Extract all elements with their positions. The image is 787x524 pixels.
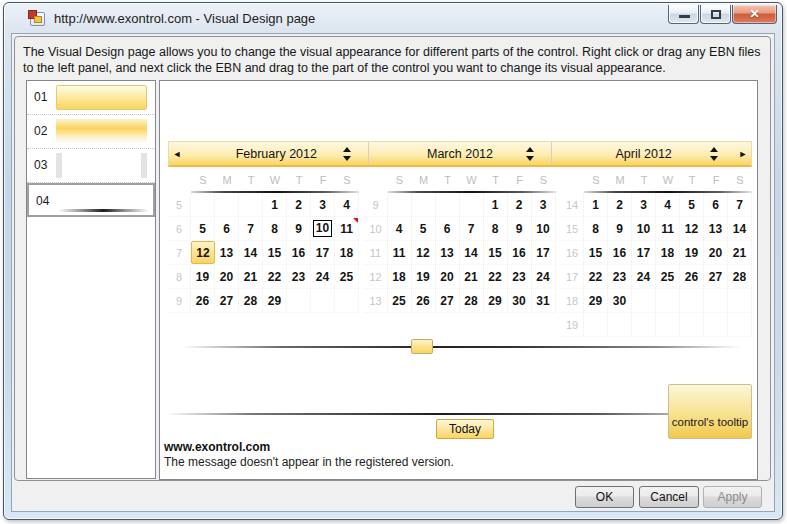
day-cell[interactable]: 30 xyxy=(608,289,632,312)
day-cell[interactable]: 21 xyxy=(460,265,484,288)
day-cell[interactable]: 11 xyxy=(335,217,359,240)
day-cell[interactable]: 19 xyxy=(412,265,436,288)
day-cell[interactable]: 21 xyxy=(728,241,752,264)
day-cell[interactable]: 5 xyxy=(191,217,215,240)
day-cell[interactable]: 22 xyxy=(484,265,508,288)
day-cell[interactable]: 18 xyxy=(388,265,412,288)
day-cell[interactable]: 11 xyxy=(656,217,680,240)
day-cell[interactable]: 26 xyxy=(680,265,704,288)
day-cell[interactable]: 9 xyxy=(508,217,532,240)
day-cell[interactable]: 25 xyxy=(388,289,412,312)
day-cell[interactable]: 23 xyxy=(508,265,532,288)
day-cell[interactable]: 27 xyxy=(704,265,728,288)
day-cell[interactable]: 12 xyxy=(191,241,215,264)
day-cell[interactable]: 5 xyxy=(412,217,436,240)
day-cell[interactable]: 15 xyxy=(263,241,287,264)
day-cell[interactable]: 3 xyxy=(632,193,656,216)
day-cell[interactable]: 6 xyxy=(704,193,728,216)
day-cell[interactable]: 4 xyxy=(656,193,680,216)
day-cell[interactable]: 6 xyxy=(436,217,460,240)
day-cell[interactable]: 10 xyxy=(632,217,656,240)
day-cell[interactable]: 28 xyxy=(728,265,752,288)
day-cell[interactable]: 11 xyxy=(388,241,412,264)
today-button[interactable]: Today xyxy=(436,419,494,439)
day-cell[interactable]: 24 xyxy=(311,265,335,288)
next-month-arrow[interactable]: ► xyxy=(735,142,751,165)
day-cell[interactable]: 29 xyxy=(584,289,608,312)
day-cell[interactable]: 8 xyxy=(263,217,287,240)
day-cell[interactable]: 6 xyxy=(215,217,239,240)
day-cell[interactable]: 14 xyxy=(728,217,752,240)
day-cell[interactable]: 9 xyxy=(608,217,632,240)
month-spinner[interactable] xyxy=(710,146,719,162)
day-cell[interactable]: 27 xyxy=(215,289,239,312)
day-cell[interactable]: 21 xyxy=(239,265,263,288)
day-cell[interactable]: 20 xyxy=(704,241,728,264)
day-cell[interactable]: 10 xyxy=(311,217,335,240)
day-cell[interactable]: 13 xyxy=(436,241,460,264)
day-cell[interactable]: 24 xyxy=(632,265,656,288)
day-cell[interactable]: 16 xyxy=(508,241,532,264)
day-cell[interactable]: 1 xyxy=(484,193,508,216)
day-cell[interactable]: 29 xyxy=(484,289,508,312)
day-cell[interactable]: 8 xyxy=(484,217,508,240)
month-spinner[interactable] xyxy=(343,146,352,162)
day-cell[interactable]: 12 xyxy=(412,241,436,264)
day-cell[interactable]: 1 xyxy=(584,193,608,216)
day-cell[interactable]: 18 xyxy=(335,241,359,264)
day-cell[interactable]: 15 xyxy=(584,241,608,264)
day-cell[interactable]: 13 xyxy=(215,241,239,264)
day-cell[interactable]: 15 xyxy=(484,241,508,264)
day-cell[interactable]: 7 xyxy=(728,193,752,216)
day-cell[interactable]: 3 xyxy=(311,193,335,216)
day-cell[interactable]: 23 xyxy=(608,265,632,288)
day-cell[interactable]: 18 xyxy=(656,241,680,264)
day-cell[interactable]: 31 xyxy=(532,289,556,312)
day-cell[interactable]: 2 xyxy=(508,193,532,216)
day-cell[interactable]: 5 xyxy=(680,193,704,216)
day-cell[interactable]: 3 xyxy=(532,193,556,216)
day-cell[interactable]: 8 xyxy=(584,217,608,240)
ebn-list-item[interactable]: 02 xyxy=(27,115,155,149)
title-bar[interactable]: http://www.exontrol.com - Visual Design … xyxy=(4,3,782,33)
day-cell[interactable]: 12 xyxy=(680,217,704,240)
calendar-slider-thumb[interactable] xyxy=(411,339,433,354)
day-cell[interactable]: 25 xyxy=(656,265,680,288)
day-cell[interactable]: 14 xyxy=(239,241,263,264)
day-cell[interactable]: 20 xyxy=(215,265,239,288)
day-cell[interactable]: 24 xyxy=(532,265,556,288)
maximize-button[interactable] xyxy=(700,5,731,24)
day-cell[interactable]: 26 xyxy=(191,289,215,312)
day-cell[interactable]: 20 xyxy=(436,265,460,288)
ok-button[interactable]: OK xyxy=(575,486,634,508)
day-cell[interactable]: 4 xyxy=(388,217,412,240)
day-cell[interactable]: 25 xyxy=(335,265,359,288)
day-cell[interactable]: 22 xyxy=(263,265,287,288)
day-cell[interactable]: 16 xyxy=(287,241,311,264)
close-button[interactable]: ✕ xyxy=(732,5,777,24)
day-cell[interactable]: 28 xyxy=(460,289,484,312)
day-cell[interactable]: 1 xyxy=(263,193,287,216)
day-cell[interactable]: 4 xyxy=(335,193,359,216)
day-cell[interactable]: 2 xyxy=(608,193,632,216)
day-cell[interactable]: 7 xyxy=(460,217,484,240)
cancel-button[interactable]: Cancel xyxy=(639,486,699,508)
ebn-list-item[interactable]: 01 xyxy=(27,81,155,115)
day-cell[interactable]: 30 xyxy=(508,289,532,312)
day-cell[interactable]: 26 xyxy=(412,289,436,312)
day-cell[interactable]: 29 xyxy=(263,289,287,312)
day-cell[interactable]: 27 xyxy=(436,289,460,312)
day-cell[interactable]: 13 xyxy=(704,217,728,240)
day-cell[interactable]: 17 xyxy=(532,241,556,264)
day-cell[interactable]: 16 xyxy=(608,241,632,264)
day-cell[interactable]: 14 xyxy=(460,241,484,264)
calendar-slider-track[interactable] xyxy=(181,346,741,348)
day-cell[interactable]: 7 xyxy=(239,217,263,240)
ebn-list-item[interactable]: 04 xyxy=(27,183,155,217)
day-cell[interactable]: 28 xyxy=(239,289,263,312)
day-cell[interactable]: 23 xyxy=(287,265,311,288)
day-cell[interactable]: 22 xyxy=(584,265,608,288)
day-cell[interactable]: 9 xyxy=(287,217,311,240)
ebn-list-item[interactable]: 03 xyxy=(27,149,155,183)
day-cell[interactable]: 17 xyxy=(311,241,335,264)
